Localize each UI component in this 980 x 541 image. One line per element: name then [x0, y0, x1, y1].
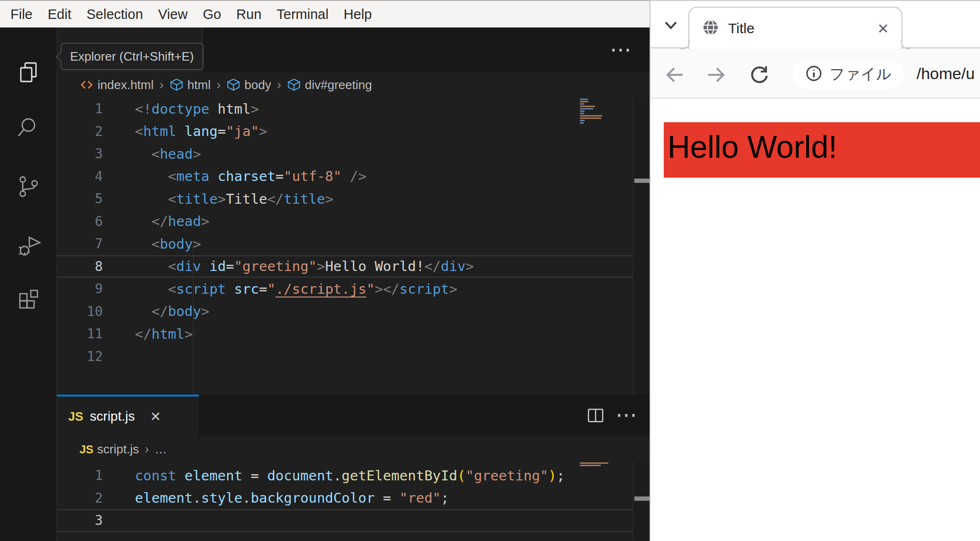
editor2-more-actions-button[interactable]: ⋯	[615, 405, 637, 424]
editor-html-code[interactable]: 1<!doctype html>2<html lang="ja">3 <head…	[57, 98, 633, 368]
code-line[interactable]: 3 <head>	[57, 143, 633, 165]
line-number: 6	[57, 214, 103, 229]
minimap-js[interactable]	[580, 462, 632, 469]
file-scheme-label: ファイル	[829, 64, 891, 85]
breadcrumb-item[interactable]: JSscript.js	[80, 442, 139, 457]
editor-js-code[interactable]: 1const element = document.getElementById…	[57, 462, 633, 541]
vscode-window: FileEditSelectionViewGoRunTerminalHelp	[0, 0, 650, 541]
line-number: 2	[57, 124, 103, 139]
code-text: <body>	[103, 236, 201, 252]
line-number: 7	[57, 236, 103, 252]
minimap-html[interactable]	[580, 99, 632, 127]
menu-item-terminal[interactable]: Terminal	[269, 1, 336, 27]
scrollbar-thumb[interactable]	[634, 496, 650, 501]
menu-item-selection[interactable]: Selection	[79, 1, 151, 27]
scrollbar-thumb[interactable]	[634, 179, 650, 183]
breadcrumb-separator: ›	[159, 77, 165, 92]
menu-item-run[interactable]: Run	[229, 1, 269, 27]
breadcrumb-label: body	[244, 78, 271, 92]
code-line[interactable]: 12	[57, 345, 633, 368]
code-line[interactable]: 2<html lang="ja">	[57, 120, 633, 143]
back-button[interactable]	[663, 63, 686, 86]
tab-script-js[interactable]: JS script.js ✕	[57, 395, 199, 436]
line-number: 5	[57, 191, 103, 207]
line-number: 3	[57, 513, 103, 528]
breadcrumb-item[interactable]: index.html	[80, 78, 154, 92]
menu-item-file[interactable]: File	[3, 1, 40, 27]
source-control-icon[interactable]	[15, 173, 42, 200]
breadcrumb-js: JSscript.js›…	[57, 436, 650, 462]
breadcrumb-item[interactable]: …	[155, 442, 167, 457]
line-number: 9	[57, 281, 103, 297]
browser-tab-title[interactable]: Title ✕	[688, 7, 902, 49]
code-line[interactable]: 2element.style.backgroundColor = "red";	[57, 487, 633, 510]
code-text: <script src="./script.js"></script>	[103, 281, 457, 297]
breadcrumb-label: html	[187, 78, 211, 92]
run-debug-icon[interactable]	[15, 232, 42, 258]
explorer-icon[interactable]	[15, 59, 42, 86]
tab-close-icon[interactable]: ✕	[150, 409, 161, 424]
code-line[interactable]: 10 </body>	[57, 300, 633, 323]
cube-icon	[226, 78, 241, 92]
breadcrumb-separator: ›	[215, 77, 222, 92]
info-icon	[805, 64, 823, 84]
site-info-chip[interactable]: ファイル	[793, 59, 904, 90]
menu-item-view[interactable]: View	[151, 1, 195, 27]
editor2-tab-bar: JS script.js ✕ ⋯	[57, 395, 650, 436]
browser-tab-close-icon[interactable]: ✕	[877, 20, 889, 37]
code-text: <title>Title</title>	[103, 191, 333, 207]
code-line[interactable]: 4 <meta charset="utf-8" />	[57, 165, 633, 188]
breadcrumb-separator: ›	[276, 77, 282, 92]
code-text: </body>	[103, 303, 209, 319]
cube-icon	[287, 78, 301, 92]
code-line[interactable]: 1<!doctype html>	[57, 98, 633, 120]
tab-label: script.js	[90, 409, 135, 424]
code-line[interactable]: 11</html>	[57, 323, 633, 345]
breadcrumb-separator: ›	[143, 442, 150, 457]
chevron-down-icon[interactable]	[662, 16, 680, 34]
activity-bar	[0, 27, 57, 541]
forward-button[interactable]	[705, 63, 728, 86]
code-text: <div id="greeting">Hello World!</div>	[103, 258, 474, 274]
editor2-scrollbar[interactable]	[633, 462, 650, 541]
menu-item-go[interactable]: Go	[195, 1, 229, 27]
breadcrumb-label: …	[155, 442, 167, 457]
globe-icon	[702, 18, 720, 38]
breadcrumb-label: script.js	[97, 442, 139, 457]
line-number: 10	[57, 304, 103, 319]
address-bar-url[interactable]: /home/u	[917, 48, 980, 99]
line-number: 4	[57, 169, 103, 184]
breadcrumb-item[interactable]: body	[226, 78, 271, 92]
menu-item-help[interactable]: Help	[336, 1, 380, 27]
editor1-scrollbar[interactable]	[633, 98, 650, 395]
editor1-more-actions-button[interactable]: ⋯	[610, 40, 632, 59]
code-text: </html>	[103, 326, 193, 342]
tooltip-text: Explorer (Ctrl+Shift+E)	[70, 49, 194, 64]
browser-tab-strip: Title ✕	[650, 0, 980, 48]
breadcrumb-item[interactable]: html	[169, 78, 211, 92]
reload-button[interactable]	[748, 63, 771, 86]
line-number: 12	[57, 349, 103, 364]
menu-item-edit[interactable]: Edit	[40, 1, 79, 27]
extensions-icon[interactable]	[15, 287, 42, 314]
breadcrumb-item[interactable]: div#greeting	[287, 78, 372, 92]
explorer-tooltip: Explorer (Ctrl+Shift+E)	[61, 43, 204, 70]
code-icon	[80, 78, 94, 91]
search-icon[interactable]	[15, 115, 42, 141]
code-text: <html lang="ja">	[103, 123, 267, 139]
breadcrumb-label: div#greeting	[305, 78, 372, 92]
line-number: 11	[57, 326, 103, 342]
line-number: 1	[57, 101, 103, 117]
code-line[interactable]: 7 <body>	[57, 233, 633, 255]
code-text: <!doctype html>	[103, 101, 259, 117]
code-line[interactable]: 3	[57, 509, 633, 532]
line-number: 1	[57, 468, 103, 483]
code-line[interactable]: 9 <script src="./script.js"></script>	[57, 278, 633, 300]
line-number: 3	[57, 146, 103, 162]
code-line[interactable]: 8 <div id="greeting">Hello World!</div>	[57, 255, 633, 278]
code-line[interactable]: 5 <title>Title</title>	[57, 188, 633, 210]
code-line[interactable]: 1const element = document.getElementById…	[57, 464, 633, 487]
split-editor-icon[interactable]	[586, 406, 605, 425]
code-line[interactable]: 6 </head>	[57, 210, 633, 233]
js-icon: JS	[80, 442, 93, 457]
